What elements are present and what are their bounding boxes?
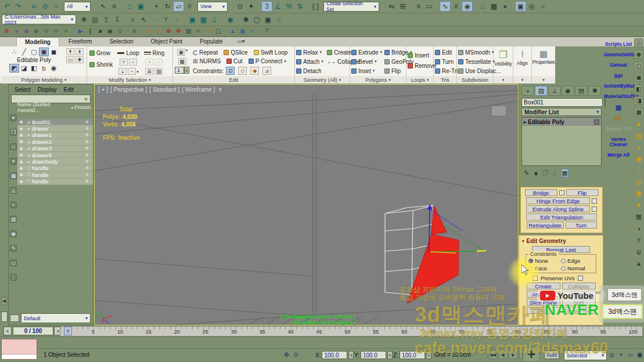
percent-snap-icon[interactable]: % — [283, 1, 294, 12]
cube-icon[interactable]: ▦ — [634, 212, 643, 221]
object-name[interactable]: drawer — [32, 125, 81, 132]
create-tab[interactable]: + — [521, 86, 534, 96]
turn-button[interactable]: Turn — [435, 57, 455, 66]
modify-tab[interactable]: ▨ — [535, 86, 548, 96]
loop-flyout-icon[interactable]: ▾ — [136, 70, 139, 74]
frozen-snowflake-icon[interactable]: ✳ — [81, 159, 93, 164]
edit-triangulation-button[interactable]: Edit Triangulation — [526, 213, 597, 220]
extrude-along-spline-button[interactable]: Extrude Along Spline — [526, 205, 590, 212]
current-frame-display[interactable]: 0 / 100 — [13, 327, 53, 335]
constrain-none-icon[interactable]: ⊡ — [226, 67, 235, 75]
loop-icon[interactable]: ◉ — [105, 27, 115, 36]
sphere-purple-icon[interactable]: ● — [12, 27, 21, 36]
tessellate-button[interactable]: Tessellate▾ — [458, 57, 492, 66]
properties-grid-icon[interactable]: ▦ — [539, 49, 548, 59]
ribbon-minimize-icon[interactable]: ▭▾ — [236, 36, 247, 46]
eye-icon[interactable]: ◉ — [17, 160, 25, 164]
modifier-stack[interactable]: ▸ Editable Poly — [521, 117, 602, 166]
grow-button[interactable]: Grow — [89, 49, 113, 57]
script-button[interactable]: Vertex Cleaner — [604, 137, 633, 147]
polygon-modeling-panel-title[interactable]: Polygon Modeling▾ — [1, 76, 87, 84]
frozen-snowflake-icon[interactable]: ✳ — [81, 139, 93, 144]
utilities-tab[interactable]: ✱ — [588, 86, 601, 96]
undo-icon[interactable]: ↶ — [2, 1, 13, 12]
ring-shift-icon[interactable]: ≣ — [145, 68, 153, 75]
y-field[interactable]: 100.0 — [361, 351, 386, 359]
render-production-icon[interactable]: ● — [499, 1, 510, 12]
align-label[interactable]: Align — [513, 60, 531, 66]
redo-icon[interactable]: ↷ — [13, 1, 24, 12]
eye-icon[interactable]: ◉ — [17, 179, 25, 184]
filter-frozen-icon[interactable]: ▭ — [10, 259, 17, 266]
add-plus-icon[interactable]: + — [171, 15, 182, 25]
light5-orange-icon[interactable]: ○ — [634, 166, 643, 175]
tv-icon[interactable]: ▢ — [634, 61, 643, 70]
extrude-button[interactable]: Extrude▾ — [351, 48, 382, 56]
explorer-menu[interactable]: Select — [15, 86, 31, 93]
panel-icon[interactable]: ▨ — [184, 27, 193, 36]
turn-caddy-button[interactable]: Turn — [566, 222, 597, 229]
repeat-button[interactable]: CRepeat — [193, 49, 218, 57]
ring-shrink-icon[interactable]: − — [154, 59, 163, 66]
soft-selection-falloff-icon[interactable]: ▩ — [178, 58, 186, 65]
bridge-caddy-button[interactable]: Bridge — [525, 189, 557, 196]
retri-button[interactable]: Re-Tri — [435, 67, 455, 75]
project-settings-icon[interactable]: ✱ — [78, 15, 89, 25]
zoom-region-icon[interactable]: ▭ — [626, 350, 635, 359]
snaps-toggle-icon[interactable]: 3 — [261, 1, 272, 12]
star-icon[interactable]: ✣ — [41, 27, 51, 36]
inset-button[interactable]: Inset▾ — [351, 67, 382, 75]
constrain-edge-icon[interactable]: ◇ — [238, 67, 247, 75]
viewport-renderer-menu[interactable]: [ Standard ] — [149, 86, 179, 93]
angle-snap-icon[interactable]: ∠ — [272, 1, 283, 12]
bulb-orange-icon[interactable]: ● — [144, 27, 154, 36]
explorer-row[interactable]: ◉ ❒ handle ✳ — [17, 179, 93, 185]
material-editor-icon[interactable]: ◉ — [462, 1, 473, 12]
selection-filter-dropdown[interactable]: All▾ — [64, 2, 91, 12]
detach-button[interactable]: Detach — [296, 67, 323, 75]
named-selection-sets-icon[interactable]: { } — [310, 1, 321, 12]
modifier-stack-row[interactable]: ▸ Editable Poly — [522, 118, 601, 126]
star2-icon[interactable]: ✣ — [51, 27, 61, 36]
copy-page-icon[interactable]: ▣ — [262, 15, 274, 25]
explorer-row[interactable]: ◉ ● Box001 ✳ — [17, 119, 93, 125]
pin-stack-icon[interactable]: ✎ — [524, 169, 529, 177]
dot-ring-icon[interactable]: ◉ — [49, 64, 59, 73]
insert-loop-button[interactable]: Insert — [408, 51, 432, 59]
monitor-icon[interactable]: ▣ — [634, 73, 643, 82]
frozen-snowflake-icon[interactable]: ✳ — [81, 172, 93, 178]
time-slider-handle[interactable]: 0 — [64, 327, 72, 335]
frozen-snowflake-icon[interactable]: ✳ — [81, 146, 93, 151]
viewport-shading-menu[interactable]: [ Wireframe ] — [182, 86, 215, 93]
object-name[interactable]: handle — [32, 172, 81, 178]
ribbon-tab[interactable]: Modeling — [16, 37, 59, 46]
maximize-viewport-icon[interactable]: ▣ — [635, 350, 644, 359]
p-connect-button[interactable]: P Connect▾ — [249, 57, 286, 66]
explorer-menu[interactable]: Display — [38, 86, 57, 93]
edit-panel-title[interactable]: Edit — [173, 76, 294, 84]
eye-icon[interactable]: ◉ — [17, 153, 25, 157]
pipette-icon[interactable]: b — [39, 64, 49, 73]
paint-select-icon[interactable]: ◪ — [19, 64, 29, 73]
stop-icon[interactable]: ■ — [95, 27, 105, 36]
edge-mode-icon[interactable]: ╱ — [19, 48, 29, 56]
use-soft-selection-icon[interactable]: ▣ — [177, 49, 185, 56]
attach-button[interactable]: Attach▾ — [296, 57, 323, 66]
select-and-scale-icon[interactable]: ▱ — [173, 1, 184, 12]
align-tripod-icon[interactable]: ⊥ — [209, 15, 220, 25]
swift-loop-button[interactable]: Swift Loop — [254, 49, 288, 57]
border-mode-icon[interactable]: ▢ — [29, 48, 39, 56]
object-name[interactable]: drawer2 — [32, 139, 81, 145]
eye-icon[interactable]: ◉ — [17, 126, 25, 131]
render-teapot-icon[interactable]: ♨ — [274, 15, 285, 25]
autosave-toggle-icon[interactable]: ▣ — [515, 1, 526, 12]
ribbon-toggle-icon[interactable]: ▭ — [424, 1, 435, 12]
light4-orange-icon[interactable]: ◉ — [634, 154, 643, 163]
xview-warning[interactable]: [ Overlapping Faces: 0 Faces ] [ Click H… — [182, 314, 356, 325]
explorer-column-headers[interactable]: Name (Sorted Ascend... ▴ Frozen — [17, 104, 93, 111]
filter-cameras-icon[interactable]: ▦ — [10, 172, 17, 179]
bridge-settings-icon[interactable] — [559, 190, 564, 196]
x-spinner[interactable]: ⇅ — [348, 351, 354, 359]
viewport-camera-menu[interactable]: [ Perspective ] — [110, 86, 147, 93]
select-and-move-icon[interactable]: + — [151, 1, 162, 12]
